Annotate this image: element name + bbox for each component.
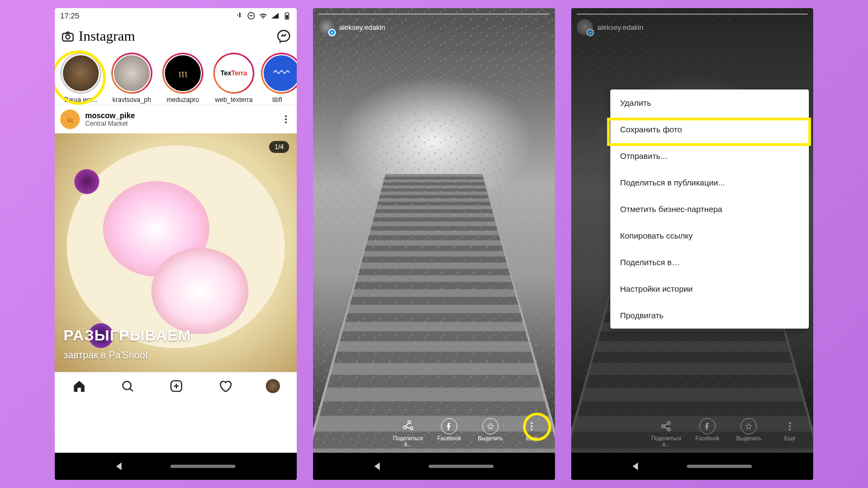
svg-point-5 [66, 35, 70, 39]
nav-home-pill[interactable] [170, 465, 235, 468]
signal-icon [271, 11, 279, 20]
svg-point-24 [668, 428, 671, 431]
camera-icon[interactable] [60, 29, 75, 44]
post-username[interactable]: moscow_pike [85, 111, 135, 120]
svg-line-18 [406, 426, 411, 429]
svg-point-20 [531, 425, 532, 427]
story-header: + aleksey.edakin [571, 11, 813, 37]
status-time: 17:25 [60, 11, 79, 20]
story-item[interactable]: kravtsova_ph [108, 53, 156, 104]
menu-copy-link[interactable]: Копировать ссылку [610, 222, 809, 249]
svg-point-7 [285, 118, 286, 120]
stories-row[interactable]: Ваша ист... kravtsova_ph 𝔪 meduzapro Tex… [55, 49, 297, 105]
story-options-menu: Удалить Сохранить фото Отправить... Поде… [610, 89, 809, 329]
bluetooth-icon [235, 11, 244, 20]
svg-point-19 [531, 422, 532, 424]
svg-point-22 [662, 425, 665, 428]
svg-line-25 [664, 423, 668, 426]
svg-point-29 [789, 428, 790, 430]
post-image[interactable]: 1/4 РАЗЫГРЫВАЕМ завтрак в Pa'Shoot [55, 133, 297, 372]
phone-3-story-menu: + aleksey.edakin Поделиться в... Faceboo… [571, 8, 813, 480]
svg-point-23 [668, 422, 671, 425]
svg-point-21 [531, 428, 532, 430]
menu-save-photo[interactable]: Сохранить фото [610, 116, 809, 143]
menu-share-to[interactable]: Поделиться в… [610, 249, 809, 275]
menu-share-as-post[interactable]: Поделиться в публикации... [610, 169, 809, 196]
svg-point-16 [410, 427, 413, 430]
story-your-story[interactable]: Ваша ист... [57, 53, 105, 104]
battery-icon [283, 11, 291, 20]
add-story-plus-icon: + [586, 29, 594, 36]
story-more-button[interactable]: Ещё [515, 418, 548, 447]
post-caption-line2: завтрак в Pa'Shoot [63, 350, 191, 361]
tab-new-post[interactable] [169, 378, 184, 394]
post-location[interactable]: Central Market [85, 120, 135, 127]
svg-point-28 [789, 425, 790, 427]
menu-delete[interactable]: Удалить [610, 89, 809, 116]
svg-line-26 [664, 427, 668, 429]
phone-2-story: + aleksey.edakin Поделиться в... Faceboo… [313, 8, 555, 480]
instagram-logo: Instagram [79, 28, 135, 44]
story-avatar: + [577, 19, 593, 35]
story-avatar[interactable]: + [318, 19, 335, 35]
story-facebook-button[interactable]: Facebook [432, 418, 466, 447]
story-facebook-button: Facebook [691, 418, 724, 447]
story-share-button: Поделиться в... [649, 418, 683, 447]
dnd-icon [247, 11, 256, 20]
tab-profile[interactable] [266, 379, 280, 393]
tab-activity[interactable] [218, 378, 233, 394]
story-item[interactable]: TexTerra web_texterra [210, 53, 258, 104]
story-more-button: Ещё [773, 418, 807, 447]
story-action-bar: Поделиться в... Facebook Выделить Ещё [313, 418, 555, 447]
svg-line-17 [405, 423, 410, 426]
carousel-counter: 1/4 [269, 141, 289, 153]
nav-back-icon[interactable] [633, 463, 638, 470]
wifi-icon [259, 11, 267, 20]
story-action-bar: Поделиться в... Facebook Выделить Ещё [571, 418, 813, 447]
menu-tag-partner[interactable]: Отметить бизнес-партнера [610, 196, 809, 222]
menu-story-settings[interactable]: Настройки истории [610, 275, 809, 302]
menu-send[interactable]: Отправить... [610, 143, 809, 169]
story-highlight-button: Выделить [732, 418, 765, 447]
status-icons [235, 11, 291, 20]
messenger-icon[interactable] [276, 29, 291, 44]
post-avatar[interactable]: щ [60, 110, 80, 129]
story-viewer[interactable]: + aleksey.edakin Поделиться в... Faceboo… [313, 8, 555, 453]
story-progress-bar [577, 14, 808, 15]
phone-1-feed: 17:25 Instagram Ваша ист. [55, 8, 297, 480]
nav-back-icon[interactable] [116, 463, 122, 470]
story-share-button[interactable]: Поделиться в... [391, 418, 425, 447]
story-viewer[interactable]: + aleksey.edakin Поделиться в... Faceboo… [571, 8, 813, 453]
post-more-icon[interactable] [280, 114, 291, 125]
status-bar: 17:25 [55, 8, 297, 23]
story-highlight-button[interactable]: Выделить [474, 418, 507, 447]
nav-home-pill[interactable] [429, 465, 494, 468]
svg-line-10 [130, 388, 133, 391]
svg-point-27 [789, 422, 790, 424]
svg-rect-3 [286, 15, 288, 19]
tab-home[interactable] [72, 378, 87, 394]
story-progress-bar [318, 14, 550, 15]
nav-home-pill[interactable] [687, 465, 752, 468]
android-nav-bar [313, 453, 555, 480]
app-header: Instagram [55, 23, 297, 49]
menu-promote[interactable]: Продвигать [610, 302, 809, 329]
story-header: + aleksey.edakin [313, 11, 555, 37]
svg-point-8 [285, 121, 286, 123]
android-nav-bar [571, 453, 813, 480]
post-caption-line1: РАЗЫГРЫВАЕМ [63, 327, 191, 344]
story-username[interactable]: aleksey.edakin [339, 23, 385, 31]
story-item[interactable]: 〰 libfl [261, 53, 293, 104]
add-story-plus-icon: + [328, 29, 336, 36]
svg-point-6 [285, 115, 286, 117]
svg-point-9 [123, 381, 131, 389]
nav-back-icon[interactable] [374, 463, 380, 470]
story-username: aleksey.edakin [597, 23, 643, 31]
tab-search[interactable] [120, 378, 135, 394]
tab-bar [55, 372, 297, 399]
post-header: щ moscow_pike Central Market [55, 105, 297, 133]
story-item[interactable]: 𝔪 meduzapro [159, 53, 207, 104]
android-nav-bar [55, 453, 297, 480]
